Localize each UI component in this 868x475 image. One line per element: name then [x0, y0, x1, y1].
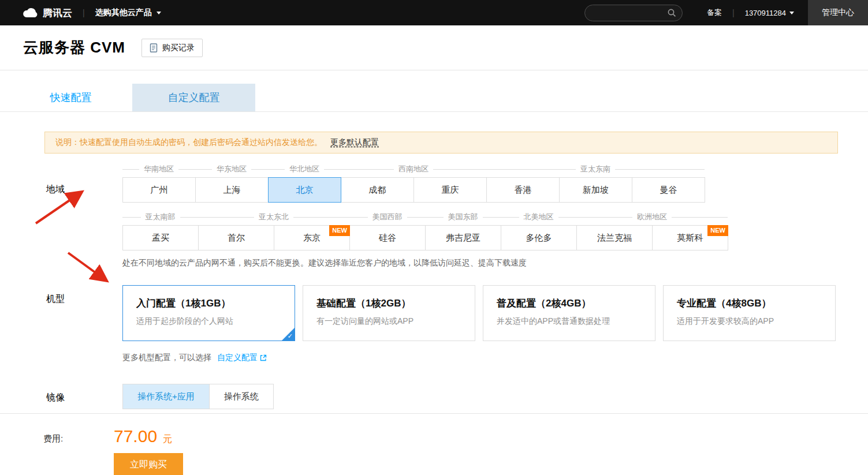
- region-button-chongqing[interactable]: 重庆: [413, 177, 487, 203]
- instance-card-professional[interactable]: 专业配置（4核8GB） 适用于开发要求较高的APP: [663, 285, 836, 341]
- region-group-title: 亚太东南: [580, 164, 610, 174]
- region-button-tokyo[interactable]: 东京 NEW: [274, 225, 350, 250]
- image-option-os-plus-app[interactable]: 操作系统+应用: [122, 384, 210, 409]
- tab-quick-config[interactable]: 快速配置: [16, 84, 125, 111]
- instance-card-popular[interactable]: 普及配置（2核4GB） 并发适中的APP或普通数据处理: [483, 285, 655, 341]
- region-group-title: 华北地区: [289, 164, 319, 174]
- region-group-title: 亚太南部: [146, 212, 176, 222]
- region-group-title: 美国西部: [372, 212, 403, 222]
- region-button-hongkong[interactable]: 香港: [486, 177, 560, 203]
- region-group-north-china: 华北地区 北京: [268, 165, 341, 203]
- fee-label: 费用:: [43, 427, 114, 475]
- beian-link[interactable]: 备案: [707, 8, 722, 18]
- other-products-menu[interactable]: 选购其他云产品: [95, 8, 161, 18]
- region-group-row-1: 华南地区 广州 华东地区 上海 华北地区 北京 西南地区 成都: [122, 165, 728, 203]
- notice-text: 说明：快速配置使用自动生成的密码，创建后密码会通过站内信发送给您。: [55, 137, 322, 148]
- region-label: 地域: [46, 165, 122, 268]
- page-title: 云服务器 CVM: [23, 38, 125, 58]
- region-group-southwest-china: 西南地区 成都 重庆: [341, 165, 486, 203]
- instance-card-desc: 并发适中的APP或普通数据处理: [497, 316, 642, 327]
- topbar-divider: |: [83, 8, 85, 17]
- region-group-row-2: 亚太南部 孟买 亚太东北 首尔 东京 NEW 美国西部 硅谷: [122, 213, 728, 250]
- region-group-us-east: 美国东部 弗吉尼亚: [425, 213, 501, 250]
- region-button-seoul[interactable]: 首尔: [198, 225, 274, 250]
- instance-card-title: 基础配置（1核2GB）: [316, 297, 461, 310]
- instance-card-desc: 适用于开发要求较高的APP: [677, 316, 822, 327]
- account-menu[interactable]: 1370911284: [745, 9, 794, 17]
- region-group-title: 欧洲地区: [637, 212, 667, 222]
- topbar-search-box[interactable]: [584, 5, 683, 21]
- tab-custom-config[interactable]: 自定义配置: [132, 84, 255, 111]
- region-group-southeast-asia: 亚太东南 香港 新加坡 曼谷: [486, 165, 705, 203]
- image-label: 镜像: [46, 384, 122, 409]
- region-button-moscow[interactable]: 莫斯科 NEW: [652, 225, 728, 250]
- region-button-beijing[interactable]: 北京: [268, 177, 341, 203]
- search-icon[interactable]: [667, 8, 676, 17]
- region-button-silicon-valley[interactable]: 硅谷: [349, 225, 426, 250]
- caret-down-icon: [789, 12, 794, 14]
- custom-config-link[interactable]: 自定义配置: [217, 353, 267, 363]
- external-link-icon: [260, 354, 267, 361]
- region-group-south-asia: 亚太南部 孟买: [122, 213, 198, 250]
- region-button-toronto[interactable]: 多伦多: [501, 225, 577, 250]
- instance-card-desc: 适用于起步阶段的个人网站: [136, 316, 281, 327]
- page-header: 云服务器 CVM 购买记录: [0, 25, 868, 70]
- purchase-footer: 费用: 77.00 元 立即购买: [0, 413, 868, 475]
- instance-card-title: 入门配置（1核1GB）: [136, 297, 281, 310]
- management-console-button[interactable]: 管理中心: [808, 0, 868, 25]
- instance-card-desc: 有一定访问量的网站或APP: [316, 316, 461, 327]
- instance-card-starter[interactable]: 入门配置（1核1GB） 适用于起步阶段的个人网站 ✓: [122, 285, 295, 341]
- other-products-label: 选购其他云产品: [95, 8, 152, 18]
- buy-now-button[interactable]: 立即购买: [114, 453, 183, 475]
- account-id: 1370911284: [745, 9, 786, 17]
- region-button-frankfurt[interactable]: 法兰克福: [576, 225, 653, 250]
- region-button-guangzhou[interactable]: 广州: [122, 177, 196, 203]
- custom-config-link-label: 自定义配置: [217, 353, 258, 363]
- image-section: 镜像 操作系统+应用 操作系统: [46, 384, 868, 409]
- new-badge: NEW: [707, 225, 728, 236]
- region-group-us-west: 美国西部 硅谷: [349, 213, 425, 250]
- tencent-cloud-logo[interactable]: 腾讯云: [22, 6, 72, 20]
- currency-label: 元: [163, 433, 172, 446]
- instance-cards: 入门配置（1核1GB） 适用于起步阶段的个人网站 ✓ 基础配置（1核2GB） 有…: [122, 285, 836, 341]
- more-config-text: 更多机型配置，可以选择: [122, 353, 211, 363]
- purchase-history-button[interactable]: 购买记录: [141, 39, 203, 57]
- region-group-east-china: 华东地区 上海: [195, 165, 268, 203]
- instance-type-section: 机型 入门配置（1核1GB） 适用于起步阶段的个人网站 ✓ 基础配置（1核2GB…: [46, 285, 868, 341]
- new-badge: NEW: [329, 225, 350, 236]
- purchase-history-label: 购买记录: [162, 43, 195, 53]
- config-tabstrip: 快速配置 自定义配置: [0, 84, 868, 112]
- region-section: 地域 华南地区 广州 华东地区 上海 华北地区 北京: [46, 165, 868, 268]
- region-button-virginia[interactable]: 弗吉尼亚: [425, 225, 501, 250]
- instance-card-basic[interactable]: 基础配置（1核2GB） 有一定访问量的网站或APP: [303, 285, 475, 341]
- image-option-os[interactable]: 操作系统: [209, 384, 274, 409]
- region-button-chengdu[interactable]: 成都: [341, 177, 414, 203]
- more-default-config-link[interactable]: 更多默认配置: [330, 137, 379, 148]
- region-button-label: 东京: [303, 233, 321, 244]
- top-navigation-bar: 腾讯云 | 选购其他云产品 备案 | 1370911284 管理中心: [0, 0, 868, 25]
- cloud-logo-icon: [22, 7, 38, 18]
- region-button-singapore[interactable]: 新加坡: [559, 177, 632, 203]
- instance-type-label: 机型: [46, 285, 122, 341]
- region-group-title: 亚太东北: [259, 212, 289, 222]
- notice-bar: 说明：快速配置使用自动生成的密码，创建后密码会通过站内信发送给您。 更多默认配置: [44, 132, 838, 154]
- caret-down-icon: [157, 12, 161, 14]
- region-button-shanghai[interactable]: 上海: [195, 177, 269, 203]
- search-input[interactable]: [591, 9, 667, 17]
- region-group-title: 西南地区: [398, 164, 429, 174]
- brand-text: 腾讯云: [43, 6, 72, 20]
- region-button-mumbai[interactable]: 孟买: [122, 225, 199, 250]
- image-options: 操作系统+应用 操作系统: [122, 384, 273, 409]
- more-config-row: 更多机型配置，可以选择 自定义配置: [122, 353, 868, 363]
- region-group-south-china: 华南地区 广州: [122, 165, 195, 203]
- region-group-title: 华东地区: [217, 164, 247, 174]
- region-button-bangkok[interactable]: 曼谷: [632, 177, 705, 203]
- price-value: 77.00: [114, 427, 157, 446]
- region-group-title: 华南地区: [144, 164, 174, 174]
- instance-card-title: 普及配置（2核4GB）: [497, 297, 642, 310]
- region-group-northeast-asia: 亚太东北 首尔 东京 NEW: [198, 213, 349, 250]
- region-button-label: 莫斯科: [677, 233, 703, 244]
- purchase-record-icon: [150, 43, 158, 53]
- region-group-title: 北美地区: [524, 212, 554, 222]
- price-row: 77.00 元: [114, 427, 183, 446]
